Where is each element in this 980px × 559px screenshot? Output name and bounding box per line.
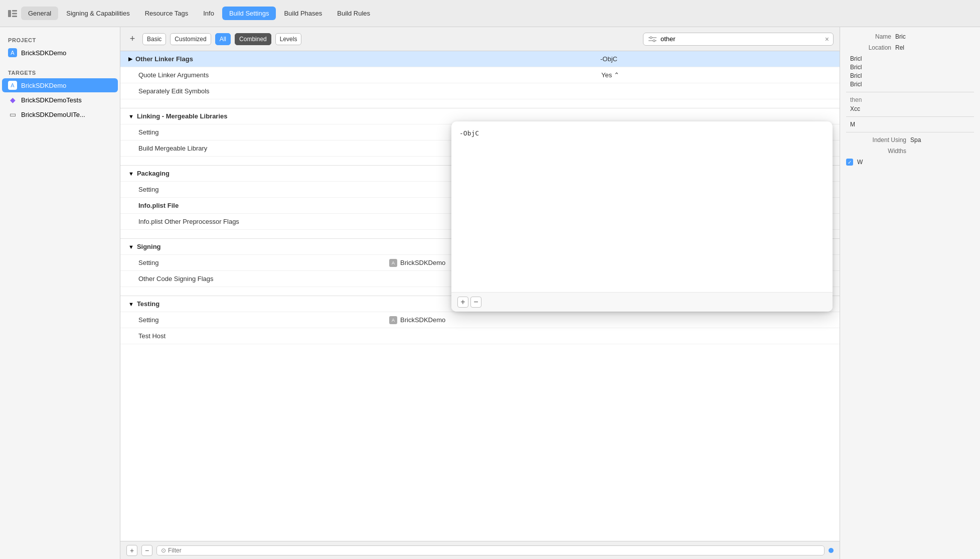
separately-edit-label: Separately Edit Symbols [138,87,389,95]
status-dot [829,548,834,553]
sidebar: PROJECT A BrickSDKDemo TARGETS A BrickSD… [0,27,120,559]
popup-remove-button[interactable]: − [470,297,481,308]
sidebar-item-target-main[interactable]: A BrickSDKDemo [2,78,118,92]
targets-section-label: TARGETS [0,66,120,78]
right-panel-separator-3 [846,132,974,132]
tab-bar: General Signing & Capabilities Resource … [0,0,980,27]
name-label: Name [846,33,891,40]
other-linker-flags-row[interactable]: ▶ Other Linker Flags -ObjC [120,51,840,67]
signing-setting-label: Setting [138,259,389,266]
right-value-2: Bricl [850,64,974,71]
sidebar-item-project[interactable]: A BrickSDKDemo [2,46,118,60]
popup-content[interactable]: -ObjC [451,121,833,292]
m-value: M [846,121,855,128]
signing-label: Signing [137,243,388,250]
filter-container: ⊙ [156,545,825,555]
wrap-checkbox[interactable]: ✓ [846,159,853,166]
levels-button[interactable]: Levels [275,33,302,45]
code-signing-flags-label: Other Code Signing Flags [138,275,389,283]
customized-button[interactable]: Customized [170,33,211,45]
linking-mergeable-label: Linking - Mergeable Libraries [137,112,388,120]
svg-rect-0 [8,10,11,17]
location-value: Rel [895,44,904,51]
section-chevron: ▶ [128,56,132,62]
popup-editor: -ObjC + − [451,121,833,312]
popup-add-button[interactable]: + [457,297,468,308]
sidebar-item-target-uitests[interactable]: ▭ BrickSDKDemoUITe... [2,107,118,121]
remove-target-button[interactable]: − [141,545,152,556]
test-host-row[interactable]: Test Host [120,328,840,344]
all-button[interactable]: All [215,33,231,45]
combined-button[interactable]: Combined [235,33,271,45]
search-container: × [643,33,834,46]
checkbox-row: ✓ W [846,159,974,166]
tab-signing-capabilities[interactable]: Signing & Capabilities [59,7,136,20]
testing-app-icon: A [389,316,397,324]
search-input[interactable] [661,35,822,43]
right-panel-separator-1 [846,92,974,92]
packaging-chevron: ▼ [128,171,134,177]
sidebar-item-target-tests[interactable]: ◆ BrickSDKDemoTests [2,93,118,107]
infoplist-file-label: Info.plist File [138,202,389,209]
search-clear-button[interactable]: × [825,35,829,43]
add-target-button[interactable]: + [126,545,137,556]
project-section-label: PROJECT [0,33,120,45]
navigator-toggle-button[interactable] [5,6,20,21]
checkbox-label: W [857,159,863,166]
indent-value: Spa [910,136,921,144]
quote-linker-value: Yes ⌃ [389,71,832,79]
linking-chevron: ▼ [128,113,134,119]
add-setting-button[interactable]: + [126,33,138,45]
tab-build-settings[interactable]: Build Settings [222,7,276,20]
filter-icon[interactable] [647,35,658,43]
testing-label: Testing [137,300,388,308]
right-value-4: Bricl [850,81,974,88]
signing-app-icon: A [389,259,397,267]
widths-label: Widths [846,148,906,155]
testing-app-name: BrickSDKDemo [400,316,445,324]
name-value: Bric [895,33,906,40]
tab-info[interactable]: Info [196,7,221,20]
packaging-label: Packaging [137,170,388,177]
testing-setting-row[interactable]: Setting A BrickSDKDemo [120,312,840,328]
right-value-1: Bricl [850,55,974,62]
popup-footer: + − [451,292,833,312]
infoplist-preprocessor-label: Info.plist Other Preprocessor Flags [138,218,389,225]
tab-general[interactable]: General [21,7,58,20]
location-label: Location [846,44,891,51]
tab-build-rules[interactable]: Build Rules [330,7,377,20]
tab-resource-tags[interactable]: Resource Tags [138,7,195,20]
indent-row: Indent Using Spa [846,136,974,144]
target-main-label: BrickSDKDemo [21,82,66,89]
right-panel: Name Bric Location Rel Bricl Bricl Bricl… [840,27,980,559]
signing-app-name: BrickSDKDemo [400,259,445,266]
signing-chevron: ▼ [128,244,134,250]
packaging-setting-label: Setting [138,186,389,193]
svg-rect-1 [12,10,17,12]
quote-linker-row[interactable]: Quote Linker Arguments Yes ⌃ [120,67,840,83]
xcc-value: Xcc [846,105,860,112]
build-mergeable-label: Build Mergeable Library [138,145,389,152]
popup-text: -ObjC [457,127,827,139]
linking-setting-label: Setting [138,128,389,136]
m-row: M [846,121,974,128]
target-tests-label: BrickSDKDemoTests [21,96,82,104]
project-label: BrickSDKDemo [21,49,66,57]
testing-setting-label: Setting [138,316,389,324]
separately-edit-row[interactable]: Separately Edit Symbols [120,83,840,99]
xcc-row: Xcc [846,105,974,112]
testing-setting-value-content: A BrickSDKDemo [389,316,832,324]
target-uitests-icon: ▭ [8,110,17,119]
svg-point-4 [650,37,652,39]
svg-point-7 [653,40,655,42]
target-main-icon: A [8,81,17,90]
basic-button[interactable]: Basic [142,33,166,45]
bottom-bar: + − ⊙ [120,541,840,559]
right-then-value: then [850,96,974,103]
svg-rect-2 [12,13,17,14]
filter-input[interactable] [168,547,820,554]
quote-linker-label: Quote Linker Arguments [138,71,389,79]
content-area: + Basic Customized All Combined Levels [120,27,840,559]
tab-build-phases[interactable]: Build Phases [277,7,329,20]
right-panel-separator-2 [846,116,974,117]
